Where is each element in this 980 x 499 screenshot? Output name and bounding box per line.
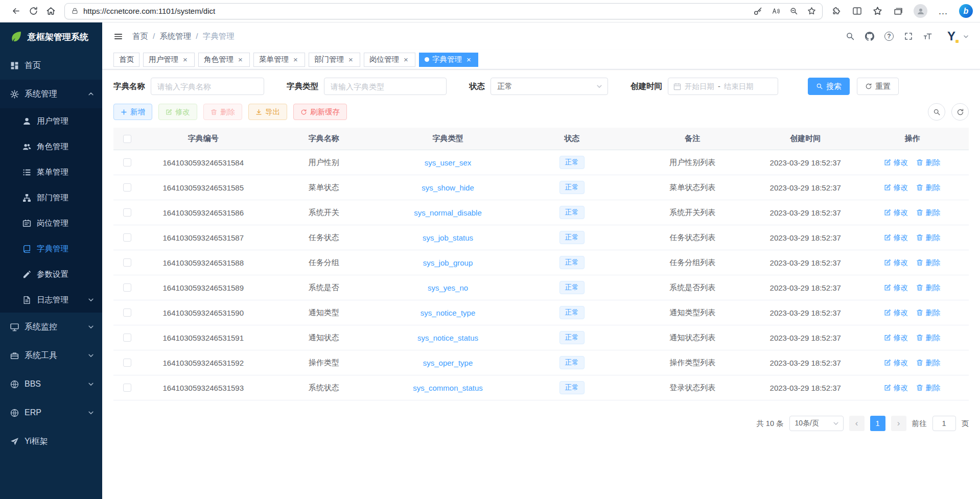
- dict-type-link[interactable]: sys_notice_type: [421, 308, 476, 317]
- back-button[interactable]: [7, 3, 25, 20]
- row-delete-link[interactable]: 删除: [916, 283, 940, 293]
- dict-type-link[interactable]: sys_notice_status: [417, 334, 478, 342]
- next-page-button[interactable]: ›: [891, 416, 906, 431]
- tab-role-management[interactable]: 角色管理×: [198, 53, 250, 67]
- row-checkbox[interactable]: [123, 183, 131, 192]
- password-key-button[interactable]: [754, 7, 762, 15]
- dict-type-link[interactable]: sys_common_status: [413, 384, 483, 392]
- user-avatar-menu[interactable]: Y: [943, 28, 969, 45]
- reset-button[interactable]: 重置: [857, 78, 899, 95]
- row-edit-link[interactable]: 修改: [884, 208, 908, 218]
- tab-home[interactable]: 首页: [113, 53, 139, 67]
- close-icon[interactable]: ×: [181, 56, 189, 63]
- sidebar-item-bbs[interactable]: BBS: [0, 370, 102, 398]
- date-range-picker[interactable]: 开始日期 - 结束日期: [668, 78, 778, 95]
- select-all-checkbox[interactable]: [123, 135, 131, 143]
- dict-type-link[interactable]: sys_oper_type: [423, 359, 473, 367]
- dict-type-link[interactable]: sys_job_status: [423, 233, 473, 242]
- row-edit-link[interactable]: 修改: [884, 158, 908, 168]
- row-checkbox[interactable]: [123, 384, 131, 392]
- row-checkbox[interactable]: [123, 233, 131, 242]
- row-checkbox[interactable]: [123, 208, 131, 217]
- sidebar-item-role-management[interactable]: 角色管理: [0, 134, 102, 159]
- help-button[interactable]: ?: [884, 32, 894, 41]
- row-checkbox[interactable]: [123, 334, 131, 342]
- dict-type-link[interactable]: sys_yes_no: [428, 283, 468, 292]
- tab-dict-management[interactable]: 字典管理×: [419, 53, 478, 67]
- zoom-button[interactable]: [789, 7, 798, 15]
- read-aloud-button[interactable]: [772, 7, 780, 15]
- row-edit-link[interactable]: 修改: [884, 233, 908, 243]
- sidebar-item-user-management[interactable]: 用户管理: [0, 108, 102, 134]
- delete-button[interactable]: 删除: [203, 104, 242, 120]
- header-search-button[interactable]: [846, 32, 855, 41]
- export-button[interactable]: 导出: [248, 104, 287, 120]
- row-edit-link[interactable]: 修改: [884, 258, 908, 268]
- row-delete-link[interactable]: 删除: [916, 208, 940, 218]
- dict-type-link[interactable]: sys_show_hide: [422, 183, 474, 192]
- add-button[interactable]: 新增: [113, 104, 152, 120]
- sidebar-item-system-tools[interactable]: 系统工具: [0, 341, 102, 370]
- tab-user-management[interactable]: 用户管理×: [143, 53, 195, 67]
- font-size-button[interactable]: [923, 32, 932, 41]
- bing-icon[interactable]: b: [959, 4, 973, 18]
- dict-type-link[interactable]: sys_normal_disable: [414, 208, 482, 217]
- refresh-cache-button[interactable]: 刷新缓存: [293, 104, 347, 120]
- row-delete-link[interactable]: 删除: [916, 383, 940, 393]
- sidebar-item-yi-framework[interactable]: Yi框架: [0, 427, 102, 456]
- dict-type-link[interactable]: sys_job_group: [423, 258, 473, 267]
- close-icon[interactable]: ×: [347, 56, 355, 63]
- extensions-button[interactable]: [832, 6, 842, 16]
- sidebar-item-erp[interactable]: ERP: [0, 398, 102, 427]
- sidebar-item-param-settings[interactable]: 参数设置: [0, 262, 102, 287]
- sidebar-item-system-monitor[interactable]: 系统监控: [0, 313, 102, 341]
- refresh-table-button[interactable]: [951, 103, 969, 121]
- row-delete-link[interactable]: 删除: [916, 183, 940, 193]
- row-delete-link[interactable]: 删除: [916, 358, 940, 368]
- refresh-button[interactable]: [25, 3, 42, 20]
- row-checkbox[interactable]: [123, 158, 131, 167]
- github-button[interactable]: [865, 32, 874, 41]
- close-icon[interactable]: ×: [292, 56, 299, 63]
- url-text[interactable]: https://ccnetcore.com:1101/system/dict: [83, 7, 744, 15]
- sidebar-item-log-management[interactable]: 日志管理: [0, 287, 102, 313]
- row-edit-link[interactable]: 修改: [884, 358, 908, 368]
- collections-button[interactable]: [893, 6, 903, 16]
- app-logo[interactable]: 意框架管理系统: [0, 22, 102, 51]
- dict-type-input[interactable]: [324, 78, 447, 95]
- row-delete-link[interactable]: 删除: [916, 233, 940, 243]
- row-delete-link[interactable]: 删除: [916, 158, 940, 168]
- row-checkbox[interactable]: [123, 258, 131, 267]
- breadcrumb-system-management[interactable]: 系统管理: [159, 31, 191, 42]
- profile-avatar[interactable]: [914, 4, 927, 18]
- edit-button[interactable]: 修改: [158, 104, 197, 120]
- sidebar-item-dept-management[interactable]: 部门管理: [0, 185, 102, 210]
- close-icon[interactable]: ×: [465, 56, 473, 63]
- tab-menu-management[interactable]: 菜单管理×: [253, 53, 305, 67]
- row-delete-link[interactable]: 删除: [916, 258, 940, 268]
- search-button[interactable]: 搜索: [808, 78, 850, 95]
- row-edit-link[interactable]: 修改: [884, 183, 908, 193]
- prev-page-button[interactable]: ‹: [849, 416, 865, 431]
- row-checkbox[interactable]: [123, 308, 131, 317]
- add-favorite-button[interactable]: [807, 7, 816, 15]
- row-edit-link[interactable]: 修改: [884, 383, 908, 393]
- row-edit-link[interactable]: 修改: [884, 333, 908, 343]
- breadcrumb-home[interactable]: 首页: [132, 31, 148, 42]
- tab-post-management[interactable]: 岗位管理×: [364, 53, 415, 67]
- dict-name-input[interactable]: [151, 78, 264, 95]
- row-edit-link[interactable]: 修改: [884, 308, 908, 318]
- row-checkbox[interactable]: [123, 283, 131, 292]
- browser-home-button[interactable]: [42, 3, 59, 20]
- sidebar-item-dict-management[interactable]: 字典管理: [0, 236, 102, 262]
- close-icon[interactable]: ×: [402, 56, 410, 63]
- favorites-button[interactable]: [873, 6, 882, 16]
- sidebar-toggle-button[interactable]: [113, 32, 123, 41]
- split-screen-button[interactable]: [852, 6, 862, 16]
- sidebar-item-post-management[interactable]: 岗位管理: [0, 210, 102, 236]
- close-icon[interactable]: ×: [237, 56, 244, 63]
- page-size-select[interactable]: 10条/页: [789, 416, 844, 431]
- row-checkbox[interactable]: [123, 359, 131, 367]
- tab-dept-management[interactable]: 部门管理×: [309, 53, 360, 67]
- browser-more-button[interactable]: …: [938, 6, 948, 17]
